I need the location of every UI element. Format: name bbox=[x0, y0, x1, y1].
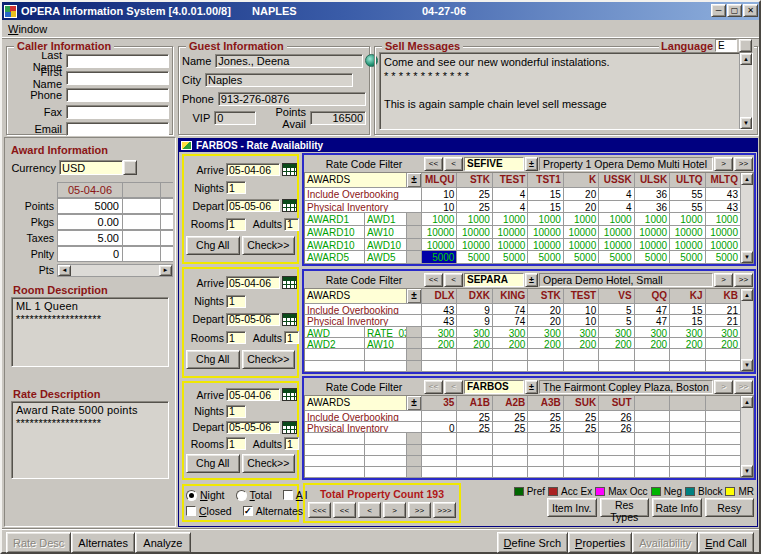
rate-value-cell[interactable]: 200 bbox=[457, 338, 492, 349]
empty-cell[interactable] bbox=[599, 467, 634, 478]
inventory-cell[interactable]: 25 bbox=[493, 422, 528, 433]
scroll-left-icon[interactable]: ◄ bbox=[58, 265, 71, 276]
rate-value-cell[interactable]: 10000 bbox=[457, 226, 492, 239]
empty-cell[interactable] bbox=[670, 445, 705, 456]
analyze-button[interactable]: Analyze bbox=[135, 532, 191, 553]
rate-value-cell[interactable]: 10000 bbox=[635, 226, 670, 239]
empty-cell[interactable] bbox=[706, 445, 741, 456]
depart-field[interactable] bbox=[226, 199, 280, 212]
adults-field[interactable] bbox=[284, 437, 299, 450]
inventory-cell[interactable] bbox=[706, 411, 741, 422]
rate-value-cell[interactable]: 10000 bbox=[599, 226, 634, 239]
rate-code-cell[interactable]: AWD bbox=[305, 327, 365, 338]
empty-cell[interactable] bbox=[422, 467, 457, 478]
empty-cell[interactable] bbox=[670, 456, 705, 467]
rate-value-cell[interactable]: 5000 bbox=[528, 251, 563, 264]
rate-code-cell[interactable]: AWARD10 bbox=[305, 226, 365, 239]
item-inv-button[interactable]: Item Inv. bbox=[547, 498, 597, 517]
empty-cell[interactable] bbox=[305, 467, 365, 478]
rate-code-cell[interactable]: AWARD1 bbox=[305, 213, 365, 226]
rate-class-lov-icon[interactable]: ± bbox=[407, 173, 422, 188]
inventory-cell[interactable]: 9 bbox=[457, 315, 492, 326]
rate-value-cell[interactable]: 1000 bbox=[422, 213, 457, 226]
rate-value-cell[interactable]: 5000 bbox=[635, 251, 670, 264]
award-points-value[interactable]: 5000 bbox=[57, 198, 123, 214]
rate-code-cell[interactable]: AWARD5 bbox=[305, 251, 365, 264]
rate-value-cell[interactable]: 10000 bbox=[493, 239, 528, 252]
rate-value-cell[interactable]: 10000 bbox=[564, 239, 599, 252]
caller-first-name-input[interactable] bbox=[66, 71, 169, 85]
calendar-icon[interactable] bbox=[282, 163, 297, 176]
rate-value-cell[interactable]: 5000 bbox=[422, 251, 457, 264]
rooms-field[interactable] bbox=[226, 218, 246, 231]
rate-value-cell[interactable]: 200 bbox=[493, 338, 528, 349]
rate-class-lov-icon[interactable]: ± bbox=[407, 289, 422, 304]
inventory-cell[interactable]: 10 bbox=[422, 188, 457, 201]
empty-cell[interactable] bbox=[599, 433, 634, 444]
rate-value-cell[interactable]: 1000 bbox=[599, 213, 634, 226]
empty-cell[interactable] bbox=[365, 361, 407, 372]
rate-value-cell[interactable]: 300 bbox=[635, 327, 670, 338]
scroll-track[interactable] bbox=[740, 65, 752, 117]
empty-cell[interactable] bbox=[528, 349, 563, 360]
empty-cell[interactable] bbox=[457, 349, 492, 360]
rate-value-cell[interactable]: 1000 bbox=[528, 213, 563, 226]
points-avail-field[interactable] bbox=[310, 111, 366, 125]
inventory-cell[interactable] bbox=[670, 422, 705, 433]
arrive-field[interactable] bbox=[226, 388, 280, 401]
inventory-cell[interactable]: 4 bbox=[493, 188, 528, 201]
empty-cell[interactable] bbox=[599, 349, 634, 360]
alternates-button[interactable]: Alternates bbox=[71, 532, 135, 553]
inventory-cell[interactable]: 4 bbox=[599, 201, 634, 214]
res-types-button[interactable]: Res Types bbox=[600, 498, 650, 517]
empty-cell[interactable] bbox=[670, 467, 705, 478]
all-checkbox[interactable] bbox=[283, 490, 293, 500]
rate-value-cell[interactable]: 10000 bbox=[706, 239, 741, 252]
inventory-cell[interactable]: 55 bbox=[670, 188, 705, 201]
empty-cell[interactable] bbox=[564, 467, 599, 478]
property-nav-button-2[interactable]: << bbox=[333, 502, 356, 518]
close-button[interactable]: ✕ bbox=[743, 4, 758, 17]
empty-cell[interactable] bbox=[305, 349, 365, 360]
property-nav-button-3[interactable]: < bbox=[358, 502, 381, 518]
rate-value-cell[interactable]: 10000 bbox=[422, 226, 457, 239]
empty-cell[interactable] bbox=[528, 467, 563, 478]
inventory-cell[interactable]: 25 bbox=[528, 411, 563, 422]
rooms-field[interactable] bbox=[226, 331, 246, 344]
rate-value-cell[interactable]: 300 bbox=[528, 327, 563, 338]
grid-last-button[interactable]: >> bbox=[734, 380, 753, 394]
empty-cell[interactable] bbox=[365, 467, 407, 478]
night-radio[interactable] bbox=[186, 490, 197, 501]
property-nav-button-4[interactable]: > bbox=[383, 502, 406, 518]
nights-field[interactable] bbox=[226, 295, 246, 308]
caller-last-name-input[interactable] bbox=[66, 54, 169, 68]
inventory-cell[interactable]: 43 bbox=[706, 201, 741, 214]
inventory-cell[interactable]: 55 bbox=[670, 201, 705, 214]
inventory-cell[interactable] bbox=[422, 411, 457, 422]
inventory-cell[interactable]: 25 bbox=[457, 411, 492, 422]
rate-class-lov-icon[interactable]: ± bbox=[407, 396, 422, 411]
adults-field[interactable] bbox=[284, 218, 299, 231]
inventory-cell[interactable]: 21 bbox=[706, 304, 741, 315]
empty-cell[interactable] bbox=[670, 349, 705, 360]
depart-field[interactable] bbox=[226, 313, 280, 326]
award-pkgs-value[interactable]: 0.00 bbox=[57, 214, 123, 230]
rate-value-cell[interactable]: 5000 bbox=[493, 251, 528, 264]
chg-all-button[interactable]: Chg All bbox=[186, 350, 240, 369]
inventory-cell[interactable]: 74 bbox=[493, 304, 528, 315]
rate-value-cell[interactable]: 300 bbox=[457, 327, 492, 338]
empty-cell[interactable] bbox=[493, 433, 528, 444]
grid-scrollbar[interactable]: ▲▼ bbox=[741, 288, 754, 372]
empty-cell[interactable] bbox=[305, 361, 365, 372]
inventory-cell[interactable]: 25 bbox=[457, 422, 492, 433]
inventory-cell[interactable]: 4 bbox=[493, 201, 528, 214]
inventory-cell[interactable]: 26 bbox=[599, 411, 634, 422]
rate-value-cell[interactable]: 1000 bbox=[457, 213, 492, 226]
empty-cell[interactable] bbox=[635, 456, 670, 467]
inventory-cell[interactable]: 15 bbox=[528, 201, 563, 214]
inventory-cell[interactable]: 36 bbox=[635, 201, 670, 214]
empty-cell[interactable] bbox=[599, 456, 634, 467]
empty-cell[interactable] bbox=[564, 349, 599, 360]
property-code-field[interactable]: SEFIVE bbox=[464, 157, 524, 171]
empty-cell[interactable] bbox=[422, 445, 457, 456]
